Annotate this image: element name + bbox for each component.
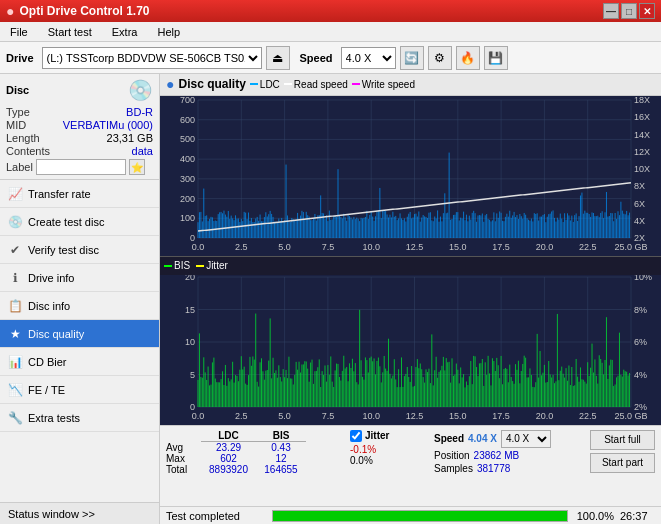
- jitter-header: Jitter: [365, 430, 389, 441]
- disc-length-val: 23,31 GB: [107, 132, 153, 144]
- max-label: Max: [166, 453, 201, 464]
- chart-top: [160, 96, 661, 257]
- menu-start-test[interactable]: Start test: [42, 24, 98, 40]
- progress-percent: 100.0%: [574, 510, 614, 522]
- toolbar: Drive (L:) TSSTcorp BDDVDW SE-506CB TS02…: [0, 42, 661, 74]
- top-chart-canvas: [160, 96, 661, 256]
- status-text: Test completed: [166, 510, 266, 522]
- jitter-checkbox[interactable]: [350, 430, 362, 442]
- nav-verify-test-disc[interactable]: ✔ Verify test disc: [0, 236, 159, 264]
- status-window-button[interactable]: Status window >>: [0, 502, 159, 524]
- drive-select[interactable]: (L:) TSSTcorp BDDVDW SE-506CB TS02: [42, 47, 262, 69]
- ldc-header: LDC: [201, 430, 256, 442]
- fe-te-icon: 📉: [8, 383, 22, 397]
- position-label: Position: [434, 450, 470, 461]
- nav-disc-info[interactable]: 📋 Disc info: [0, 292, 159, 320]
- bottom-stats: LDC BIS Avg 23.29 0.43 Max 602 12 Tota: [160, 425, 661, 506]
- legend-read: Read speed: [284, 79, 348, 90]
- minimize-button[interactable]: —: [603, 3, 619, 19]
- total-bis: 164655: [256, 464, 306, 475]
- progress-bar-section: Test completed 100.0% 26:37: [160, 506, 661, 524]
- speed-select-stat[interactable]: 4.0 X: [501, 430, 551, 448]
- chart-title: Disc quality: [178, 77, 245, 91]
- maximize-button[interactable]: □: [621, 3, 637, 19]
- nav-cd-bler-label: CD Bier: [28, 356, 67, 368]
- titlebar-left: ● Opti Drive Control 1.70: [6, 3, 150, 19]
- menu-extra[interactable]: Extra: [106, 24, 144, 40]
- speed-label-stat: Speed: [434, 433, 464, 444]
- disc-mid-row: MID VERBATIMu (000): [6, 119, 153, 131]
- avg-bis: 0.43: [256, 442, 306, 453]
- progress-time: 26:37: [620, 510, 655, 522]
- nav-transfer-rate-label: Transfer rate: [28, 188, 91, 200]
- disc-label-button[interactable]: ⭐: [129, 159, 145, 175]
- disc-header: Disc 💿: [6, 78, 153, 102]
- nav-extra-tests[interactable]: 🔧 Extra tests: [0, 404, 159, 432]
- save-button[interactable]: 💾: [484, 46, 508, 70]
- app-icon: ●: [6, 3, 14, 19]
- legend-jitter-label: Jitter: [206, 260, 228, 271]
- disc-label-row: Label ⭐: [6, 159, 153, 175]
- avg-ldc: 23.29: [201, 442, 256, 453]
- app-title: Opti Drive Control 1.70: [19, 4, 149, 18]
- legend-ldc-label: LDC: [260, 79, 280, 90]
- position-val: 23862 MB: [474, 450, 520, 461]
- create-test-disc-icon: 💿: [8, 215, 22, 229]
- disc-length-label: Length: [6, 132, 40, 144]
- samples-val: 381778: [477, 463, 510, 474]
- nav-fe-te-label: FE / TE: [28, 384, 65, 396]
- nav-fe-te[interactable]: 📉 FE / TE: [0, 376, 159, 404]
- burn-button[interactable]: 🔥: [456, 46, 480, 70]
- avg-label: Avg: [166, 442, 201, 453]
- eject-button[interactable]: ⏏: [266, 46, 290, 70]
- nav-drive-info[interactable]: ℹ Drive info: [0, 264, 159, 292]
- legend-write: Write speed: [352, 79, 415, 90]
- nav-disc-info-label: Disc info: [28, 300, 70, 312]
- main: Disc 💿 Type BD-R MID VERBATIMu (000) Len…: [0, 74, 661, 524]
- disc-icon: 💿: [128, 78, 153, 102]
- bis-header: BIS: [256, 430, 306, 442]
- refresh-button[interactable]: 🔄: [400, 46, 424, 70]
- nav-disc-quality[interactable]: ★ Disc quality: [0, 320, 159, 348]
- max-ldc: 602: [201, 453, 256, 464]
- bottom-chart-canvas: [160, 275, 661, 425]
- settings-button[interactable]: ⚙: [428, 46, 452, 70]
- total-ldc: 8893920: [201, 464, 256, 475]
- disc-contents-row: Contents data: [6, 145, 153, 157]
- extra-tests-icon: 🔧: [8, 411, 22, 425]
- avg-jitter: -0.1%: [350, 444, 430, 455]
- start-part-button[interactable]: Start part: [590, 453, 655, 473]
- nav-cd-bler[interactable]: 📊 CD Bier: [0, 348, 159, 376]
- nav-create-test-disc[interactable]: 💿 Create test disc: [0, 208, 159, 236]
- legend-bis-label: BIS: [174, 260, 190, 271]
- max-jitter: 0.0%: [350, 455, 430, 466]
- menu-help[interactable]: Help: [151, 24, 186, 40]
- close-button[interactable]: ✕: [639, 3, 655, 19]
- drive-info-icon: ℹ: [8, 271, 22, 285]
- start-full-button[interactable]: Start full: [590, 430, 655, 450]
- stats-table: LDC BIS Avg 23.29 0.43 Max 602 12 Tota: [166, 430, 346, 475]
- speed-position-section: Speed 4.04 X 4.0 X Position 23862 MB Sam…: [434, 430, 564, 474]
- titlebar: ● Opti Drive Control 1.70 — □ ✕: [0, 0, 661, 22]
- transfer-rate-icon: 📈: [8, 187, 22, 201]
- disc-quality-icon: ★: [8, 327, 22, 341]
- right-panel: ● Disc quality LDC Read speed Write spee…: [160, 74, 661, 524]
- disc-mid-val: VERBATIMu (000): [63, 119, 153, 131]
- nav-extra-tests-label: Extra tests: [28, 412, 80, 424]
- disc-label-label: Label: [6, 161, 33, 173]
- legend-write-label: Write speed: [362, 79, 415, 90]
- speed-select[interactable]: 4.0 X: [341, 47, 396, 69]
- nav-transfer-rate[interactable]: 📈 Transfer rate: [0, 180, 159, 208]
- legend-bis: BIS: [164, 260, 190, 271]
- disc-section-title: Disc: [6, 84, 29, 96]
- legend-read-label: Read speed: [294, 79, 348, 90]
- disc-mid-label: MID: [6, 119, 26, 131]
- cd-bler-icon: 📊: [8, 355, 22, 369]
- status-window-label: Status window >>: [8, 508, 95, 520]
- disc-label-input[interactable]: [36, 159, 126, 175]
- menu-file[interactable]: File: [4, 24, 34, 40]
- total-label: Total: [166, 464, 201, 475]
- disc-length-row: Length 23,31 GB: [6, 132, 153, 144]
- nav-verify-test-disc-label: Verify test disc: [28, 244, 99, 256]
- legend-jitter: Jitter: [196, 260, 228, 271]
